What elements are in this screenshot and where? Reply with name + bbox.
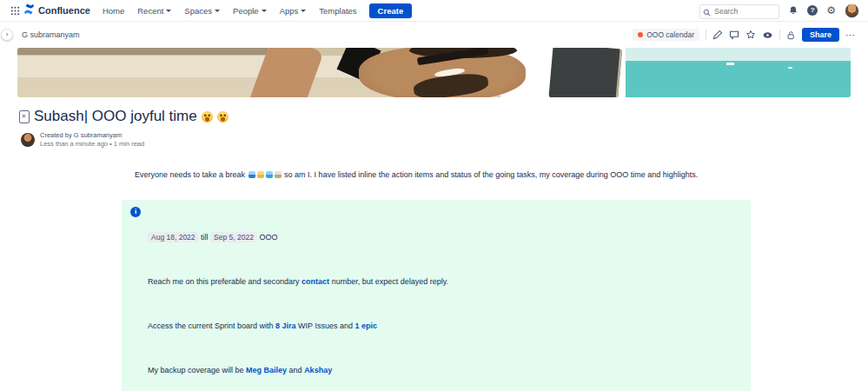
search-input[interactable] <box>699 4 779 19</box>
reach-line: Reach me on this preferable and secondar… <box>148 275 448 288</box>
nav-item-people[interactable]: People <box>233 6 267 16</box>
info-panel: i Aug 18, 2022 till Sep 5, 2022 OOO Reac… <box>122 200 751 391</box>
chevron-down-icon <box>301 10 306 12</box>
created-by-text: Created by G subramanyam <box>40 131 144 139</box>
top-navigation: Confluence Home Recent Spaces People App… <box>0 0 868 22</box>
akshay-link[interactable]: Akshay <box>304 366 332 374</box>
nav-icon-group: ? ⚙ <box>788 3 859 18</box>
brand-name: Confluence <box>38 5 90 16</box>
page-title: Subash| OOO joyful time <box>19 108 868 125</box>
more-actions-icon[interactable]: ⋯ <box>845 30 856 41</box>
search-box <box>699 2 779 19</box>
ooo-dates-line: Aug 18, 2022 till Sep 5, 2022 OOO <box>148 231 448 243</box>
confluence-page: Confluence Home Recent Spaces People App… <box>0 0 868 391</box>
sprint-line: Access the current Sprint board with 8 J… <box>148 320 448 332</box>
breadcrumb[interactable]: G subramanyam <box>22 30 80 39</box>
page-bar: › G subramanyam OOO calendar <box>0 22 868 48</box>
date-lozenge: Sep 5, 2022 <box>210 232 257 242</box>
bell-icon[interactable] <box>788 5 798 16</box>
nav-items: Home Recent Spaces People Apps Templates <box>103 6 357 16</box>
cover-shape <box>17 48 268 55</box>
intro-paragraph: Everyone needs to take a break so am I. … <box>122 156 751 193</box>
page-actions: OOO calendar Share ⋯ <box>633 28 856 42</box>
swimmer-emoji-icon <box>266 171 273 178</box>
page-content: Everyone needs to take a break so am I. … <box>122 156 751 391</box>
date-lozenge: Aug 18, 2022 <box>148 232 199 242</box>
cover-image <box>17 48 851 97</box>
confluence-logo[interactable]: Confluence <box>23 3 90 18</box>
nav-item-spaces[interactable]: Spaces <box>184 6 220 16</box>
gear-icon[interactable]: ⚙ <box>826 5 836 16</box>
nav-item-apps[interactable]: Apps <box>280 6 307 16</box>
status-dot-icon <box>638 32 643 37</box>
byline: Created by G subramanyam Less than a min… <box>21 131 868 148</box>
search-icon <box>703 4 711 20</box>
cover-shape <box>548 48 622 97</box>
cover-shape <box>726 63 734 65</box>
star-icon[interactable] <box>745 30 756 40</box>
edit-pencil-icon[interactable] <box>712 30 723 40</box>
umbrella-emoji-icon <box>275 171 282 178</box>
beach-emoji-icon <box>257 171 264 178</box>
app-switcher-icon[interactable] <box>10 6 20 16</box>
divider <box>779 30 780 40</box>
backup-line: My backup coverage will be Meg Bailey an… <box>148 364 448 376</box>
watch-eye-icon[interactable] <box>762 30 773 41</box>
divider <box>706 30 706 40</box>
byline-meta: Less than a minute ago • 1 min read <box>40 140 144 148</box>
cover-shape <box>626 48 851 97</box>
surfer-emoji-icon <box>248 171 255 178</box>
comment-icon[interactable] <box>729 30 739 40</box>
create-button[interactable]: Create <box>369 3 413 18</box>
epic-link[interactable]: 1 epic <box>354 321 377 330</box>
hugging-face-emoji-icon <box>217 111 229 123</box>
nav-item-templates[interactable]: Templates <box>319 6 356 16</box>
missing-emoji-icon <box>19 110 30 123</box>
meg-bailey-link[interactable]: Meg Bailey <box>246 366 287 374</box>
user-avatar[interactable] <box>845 3 859 18</box>
lock-icon[interactable] <box>786 30 796 40</box>
help-icon[interactable]: ? <box>807 5 818 16</box>
author-avatar[interactable] <box>21 133 35 147</box>
chevron-down-icon <box>166 10 171 12</box>
info-panel-body: Aug 18, 2022 till Sep 5, 2022 OOO Reach … <box>148 207 448 391</box>
cover-shape <box>788 67 792 69</box>
jira-issues-link[interactable]: 8 Jira <box>275 321 296 330</box>
chevron-down-icon <box>215 10 220 12</box>
ooo-calendar-button[interactable]: OOO calendar <box>633 29 699 41</box>
expand-sidebar-button[interactable]: › <box>1 29 13 41</box>
nav-item-home[interactable]: Home <box>103 6 124 16</box>
share-button[interactable]: Share <box>802 28 839 42</box>
nav-item-recent[interactable]: Recent <box>137 6 171 16</box>
contact-link[interactable]: contact <box>301 277 329 286</box>
chevron-down-icon <box>262 10 267 12</box>
info-circle-icon: i <box>130 207 141 217</box>
hugging-face-emoji-icon <box>202 111 213 123</box>
confluence-mark-icon <box>23 3 35 18</box>
